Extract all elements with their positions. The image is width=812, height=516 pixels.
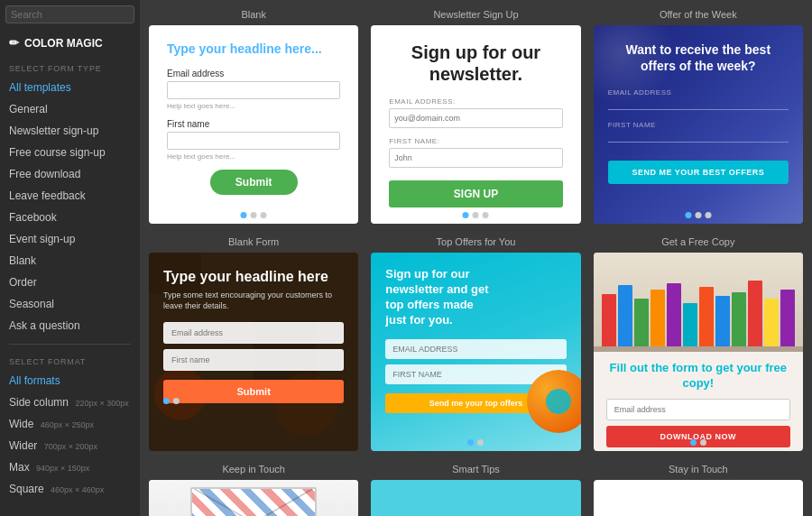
sidebar-divider bbox=[9, 344, 131, 345]
book-4 bbox=[651, 290, 665, 348]
blank-help-text-2: Help text goes here... bbox=[167, 152, 340, 161]
book-1 bbox=[602, 294, 616, 348]
envelope-body bbox=[190, 487, 317, 516]
offer-email-label: EMAIL ADDRESS bbox=[608, 88, 789, 110]
form-type-section-label: SELECT FORM TYPE bbox=[0, 59, 140, 77]
sidebar-item-wider[interactable]: Wider 700px × 200px bbox=[0, 435, 140, 456]
sidebar-item-wide[interactable]: Wide 460px × 250px bbox=[0, 413, 140, 435]
template-cell-newsletter: Newsletter Sign Up Sign up for our newsl… bbox=[371, 9, 580, 224]
sidebar-item-max[interactable]: Max 940px × 150px bbox=[0, 456, 140, 478]
template-label-free-copy: Get a Free Copy bbox=[661, 236, 734, 247]
envelope-v-icon bbox=[192, 489, 315, 516]
offer-email-input[interactable] bbox=[608, 97, 789, 106]
dot-1 bbox=[463, 212, 469, 218]
blank-name-label: First name bbox=[167, 119, 340, 129]
newsletter-name-label: FIRST NAME: bbox=[389, 137, 562, 145]
book-11 bbox=[764, 299, 779, 348]
template-label-blank: Blank bbox=[241, 9, 266, 20]
template-cell-blank-form: Blank Form Type your headline here Type … bbox=[149, 236, 358, 451]
dot-2 bbox=[695, 212, 701, 218]
free-copy-bottom: Fill out the form to get your free copy!… bbox=[594, 352, 803, 451]
template-cell-offer: Offer of the Week Want to receive the be… bbox=[594, 9, 803, 224]
offer-name-input[interactable] bbox=[608, 129, 789, 138]
sidebar-item-blank[interactable]: Blank bbox=[0, 250, 140, 272]
offer-headline: Want to receive the best offers of the w… bbox=[608, 41, 789, 74]
wider-size: 700px × 200px bbox=[44, 442, 97, 451]
template-label-newsletter: Newsletter Sign Up bbox=[433, 9, 518, 20]
books-shelf bbox=[594, 253, 803, 352]
search-input[interactable] bbox=[11, 9, 135, 20]
template-label-offer: Offer of the Week bbox=[660, 9, 737, 20]
newsletter-name-input[interactable] bbox=[389, 148, 562, 168]
wide-size: 460px × 250px bbox=[41, 420, 94, 429]
sidebar-item-order[interactable]: Order bbox=[0, 272, 140, 293]
dot-1 bbox=[690, 439, 697, 446]
blank-submit-button[interactable]: Submit bbox=[210, 170, 298, 195]
newsletter-dots bbox=[463, 212, 489, 218]
dot-1 bbox=[685, 212, 691, 218]
template-label-smart-tips: Smart Tips bbox=[452, 464, 500, 475]
sidebar-item-all-templates[interactable]: All templates bbox=[0, 77, 140, 98]
donut-decoration bbox=[527, 370, 581, 433]
newsletter-email-input[interactable] bbox=[389, 108, 562, 128]
book-2 bbox=[618, 285, 632, 348]
template-cell-free-copy: Get a Free Copy bbox=[594, 236, 803, 451]
blank-email-input[interactable] bbox=[167, 81, 340, 99]
book-12 bbox=[780, 290, 795, 348]
sidebar-item-free-course-signup[interactable]: Free course sign-up bbox=[0, 142, 140, 163]
sidebar-item-newsletter-signup[interactable]: Newsletter sign-up bbox=[0, 120, 140, 142]
template-cell-keep-in-touch: Keep in Touch bbox=[149, 464, 358, 516]
blank-form-name-input[interactable] bbox=[163, 349, 344, 371]
top-offers-email-input[interactable] bbox=[385, 339, 566, 359]
sidebar-item-ask-question[interactable]: Ask a question bbox=[0, 315, 140, 336]
book-10 bbox=[748, 281, 762, 348]
blank-form-headline: Type your headline here bbox=[163, 269, 344, 285]
newsletter-signup-button[interactable]: SIGN UP bbox=[389, 180, 562, 207]
sidebar: ✏ COLOR MAGIC SELECT FORM TYPE All templ… bbox=[0, 0, 140, 516]
blank-form-email-input[interactable] bbox=[163, 322, 344, 344]
sidebar-item-leave-feedback[interactable]: Leave feedback bbox=[0, 185, 140, 207]
template-label-keep-in-touch: Keep in Touch bbox=[222, 464, 285, 475]
dot-2 bbox=[251, 212, 257, 218]
free-copy-email-input[interactable] bbox=[606, 399, 790, 420]
blank-dots bbox=[241, 212, 267, 218]
book-7 bbox=[699, 287, 714, 348]
sidebar-item-event-signup[interactable]: Event sign-up bbox=[0, 228, 140, 250]
template-card-free-copy[interactable]: Fill out the form to get your free copy!… bbox=[594, 253, 803, 451]
sidebar-item-square[interactable]: Square 460px × 460px bbox=[0, 478, 140, 500]
template-cell-stay-in-touch: Stay in Touch bbox=[594, 464, 803, 516]
template-card-newsletter[interactable]: Sign up for our newsletter. EMAIL ADDRES… bbox=[371, 25, 580, 224]
template-card-blank[interactable]: Type your headline here... Email address… bbox=[149, 25, 358, 224]
sidebar-item-facebook[interactable]: Facebook bbox=[0, 207, 140, 228]
sidebar-item-seasonal[interactable]: Seasonal bbox=[0, 293, 140, 315]
blank-name-input[interactable] bbox=[167, 132, 340, 150]
template-label-top-offers: Top Offers for You bbox=[437, 236, 516, 247]
envelope-graphic bbox=[190, 487, 317, 516]
sidebar-item-side-column[interactable]: Side column 220px × 300px bbox=[0, 392, 140, 413]
sidebar-item-free-download[interactable]: Free download bbox=[0, 163, 140, 185]
offer-button[interactable]: SEND ME YOUR BEST OFFERS bbox=[608, 161, 789, 184]
square-size: 460px × 460px bbox=[51, 485, 104, 494]
brand-label: COLOR MAGIC bbox=[24, 37, 103, 50]
sidebar-item-all-formats[interactable]: All formats bbox=[0, 370, 140, 392]
dot-3 bbox=[705, 212, 711, 218]
search-bar[interactable] bbox=[5, 5, 134, 23]
template-card-blank-form[interactable]: Type your headline here Type some text e… bbox=[149, 253, 358, 451]
brand[interactable]: ✏ COLOR MAGIC bbox=[0, 31, 140, 59]
sidebar-item-general[interactable]: General bbox=[0, 98, 140, 120]
template-cell-blank: Blank Type your headline here... Email a… bbox=[149, 9, 358, 224]
newsletter-headline: Sign up for our newsletter. bbox=[389, 41, 562, 85]
dot-2 bbox=[473, 212, 479, 218]
template-card-smart-tips[interactable] bbox=[371, 480, 580, 516]
offer-dots bbox=[685, 212, 711, 218]
book-3 bbox=[634, 299, 649, 348]
template-card-offer[interactable]: Want to receive the best offers of the w… bbox=[594, 25, 803, 224]
template-label-stay-in-touch: Stay in Touch bbox=[669, 464, 728, 475]
template-card-stay-in-touch[interactable] bbox=[594, 480, 803, 516]
top-offers-headline: Sign up for our newsletter and get top o… bbox=[385, 267, 494, 328]
smart-tips-inner bbox=[371, 480, 580, 505]
template-card-top-offers[interactable]: Sign up for our newsletter and get top o… bbox=[371, 253, 580, 451]
template-card-keep-in-touch[interactable] bbox=[149, 480, 358, 516]
side-column-size: 220px × 300px bbox=[75, 399, 128, 408]
max-size: 940px × 150px bbox=[36, 464, 89, 473]
